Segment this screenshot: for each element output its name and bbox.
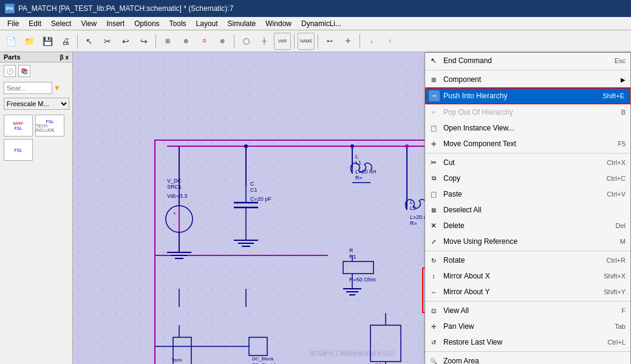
left-panel: Parts β x 🕐 📚 ▼ Freescale M... MRF FSL F… xyxy=(0,52,73,364)
toolbar-sep-3 xyxy=(234,34,234,49)
cut-icon: ✂ xyxy=(428,157,440,169)
restore-view-icon: ↺ xyxy=(428,336,440,348)
mirror-x-icon: ↕ xyxy=(428,270,440,282)
cm-view-all[interactable]: ⊡ View All F xyxy=(425,303,630,318)
mirror-y-icon: ↔ xyxy=(428,286,440,298)
cm-push-shortcut: Shift+E xyxy=(582,92,624,99)
tb-port[interactable]: ② xyxy=(196,33,213,50)
tb-pin[interactable]: ⊷ xyxy=(321,33,338,50)
part-item-mrf[interactable]: MRF FSL xyxy=(4,115,33,136)
svg-text:C: C xyxy=(250,181,254,187)
svg-text:+: + xyxy=(173,211,176,216)
tb-wire[interactable]: ⊕ xyxy=(177,33,194,50)
tb-redo[interactable]: ↪ xyxy=(135,33,152,50)
cm-rotate-label: Rotate xyxy=(443,256,571,265)
cm-zoom-area[interactable]: 🔍 Zoom Area xyxy=(425,353,630,364)
svg-point-82 xyxy=(244,144,248,148)
svg-text:-: - xyxy=(173,221,175,226)
pop-hierarchy-icon: ⇐ xyxy=(428,106,440,118)
tb-component[interactable]: ⊞ xyxy=(159,33,176,50)
tb-bus[interactable]: ⊗ xyxy=(214,33,231,50)
cm-pan-view[interactable]: ✛ Pan View Tab xyxy=(425,318,630,334)
cm-end-command[interactable]: ↖ End Command Esc xyxy=(425,53,630,69)
cm-move-using-reference[interactable]: ⤢ Move Using Reference M xyxy=(425,234,630,249)
cm-mirror-x-shortcut: Shift+X xyxy=(583,272,626,280)
cm-component-arrow: ▶ xyxy=(621,76,626,83)
svg-point-81 xyxy=(350,144,354,148)
cm-delete[interactable]: ✕ Delete Del xyxy=(425,218,630,234)
svg-text:R1: R1 xyxy=(349,254,356,260)
menu-dynamicli[interactable]: DynamicLi... xyxy=(296,18,346,29)
open-instance-icon: 📋 xyxy=(428,122,440,134)
parts-icons-row: 🕐 📚 xyxy=(0,62,72,79)
cm-restore-label: Restore Last View xyxy=(443,338,571,346)
tb-shape-plus[interactable]: ┼ xyxy=(256,33,273,50)
svg-text:R: R xyxy=(349,248,353,254)
cm-cut[interactable]: ✂ Cut Ctrl+X xyxy=(425,155,630,170)
tb-open[interactable]: 📁 xyxy=(21,33,38,50)
tb-shape-circle[interactable]: ◯ xyxy=(237,33,254,50)
cm-pop-shortcut: B xyxy=(583,109,626,116)
part-item-fsl-tech[interactable]: FSL TECH INCLUDE xyxy=(35,115,64,136)
tb-name[interactable]: NAME xyxy=(298,33,315,50)
tb-cut[interactable]: ✂ xyxy=(99,33,116,50)
cursor-icon: ↖ xyxy=(428,55,440,67)
app-icon: PA xyxy=(5,4,15,13)
svg-rect-29 xyxy=(343,261,373,274)
main-area: Parts β x 🕐 📚 ▼ Freescale M... MRF FSL F… xyxy=(0,52,631,364)
menu-options[interactable]: Options xyxy=(129,18,164,29)
svg-text:L1: L1 xyxy=(355,160,361,166)
part-item-fsl[interactable]: FSL xyxy=(4,139,33,161)
cm-deselect-all[interactable]: ⊠ Deselect All xyxy=(425,202,630,218)
svg-text:SRC1: SRC1 xyxy=(167,184,182,190)
tb-var[interactable]: VAR xyxy=(274,33,291,50)
menu-view[interactable]: View xyxy=(76,18,101,29)
cm-cut-shortcut: Ctrl+X xyxy=(583,159,626,166)
cm-delete-label: Delete xyxy=(443,221,571,230)
tb-up[interactable]: ↑ xyxy=(381,33,398,50)
cm-mirror-y[interactable]: ↔ Mirror About Y Shift+Y xyxy=(425,284,630,300)
cm-copy[interactable]: ⧉ Copy Ctrl+C xyxy=(425,170,630,186)
tb-select[interactable]: ↖ xyxy=(81,33,98,50)
svg-text:Term: Term xyxy=(171,357,182,363)
menu-file[interactable]: File xyxy=(2,18,24,29)
tb-save[interactable]: 💾 xyxy=(39,33,56,50)
cm-push-into-hierarchy[interactable]: ⇒ Push Into Hierarchy Shift+E xyxy=(425,87,630,104)
parts-icon-book[interactable]: 📚 xyxy=(18,65,30,77)
tb-new[interactable]: 📄 xyxy=(2,33,19,50)
tb-move[interactable]: ✛ xyxy=(339,33,356,50)
cm-mirror-x[interactable]: ↕ Mirror About X Shift+X xyxy=(425,268,630,284)
cm-component[interactable]: ⊞ Component ▶ xyxy=(425,72,630,87)
watermark: 菜鸟硬件工程师炒療的成长日记 xyxy=(310,349,395,358)
menu-insert[interactable]: Insert xyxy=(101,18,129,29)
cm-pop-out-hierarchy[interactable]: ⇐ Pop Out Of Hierarchy B xyxy=(425,104,630,120)
menu-window[interactable]: Window xyxy=(261,18,296,29)
tb-undo[interactable]: ↩ xyxy=(117,33,134,50)
menu-edit[interactable]: Edit xyxy=(24,18,46,29)
cm-paste[interactable]: 📋 Paste Ctrl+V xyxy=(425,186,630,202)
cm-copy-label: Copy xyxy=(443,174,571,183)
cm-rotate[interactable]: ↻ Rotate Ctrl+R xyxy=(425,252,630,268)
cm-delete-shortcut: Del xyxy=(583,222,626,229)
cm-copy-shortcut: Ctrl+C xyxy=(583,175,626,182)
cm-paste-label: Paste xyxy=(443,190,571,198)
view-all-icon: ⊡ xyxy=(428,305,440,317)
menu-select[interactable]: Select xyxy=(46,18,76,29)
cm-restore-last-view[interactable]: ↺ Restore Last View Ctrl+L xyxy=(425,334,630,350)
search-input[interactable] xyxy=(4,82,52,94)
tb-down[interactable]: ↓ xyxy=(363,33,380,50)
parts-close[interactable]: β x xyxy=(60,54,69,61)
menu-simulate[interactable]: Simulate xyxy=(223,18,261,29)
menu-tools[interactable]: Tools xyxy=(165,18,191,29)
cm-push-label: Push Into Hierarchy xyxy=(443,92,570,100)
svg-text:L=20 nH: L=20 nH xyxy=(355,169,376,175)
library-select[interactable]: Freescale M... xyxy=(4,98,69,110)
tb-print[interactable]: 🖨 xyxy=(57,33,74,50)
cm-move-component-text[interactable]: ✛ Move Component Text F5 xyxy=(425,136,630,152)
filter-icon[interactable]: ▼ xyxy=(53,84,61,92)
push-hierarchy-icon: ⇒ xyxy=(429,90,440,101)
cm-open-instance-view[interactable]: 📋 Open Instance View... xyxy=(425,120,630,136)
menu-layout[interactable]: Layout xyxy=(191,18,223,29)
parts-icon-clock[interactable]: 🕐 xyxy=(4,65,16,77)
parts-label: Parts xyxy=(4,53,21,61)
